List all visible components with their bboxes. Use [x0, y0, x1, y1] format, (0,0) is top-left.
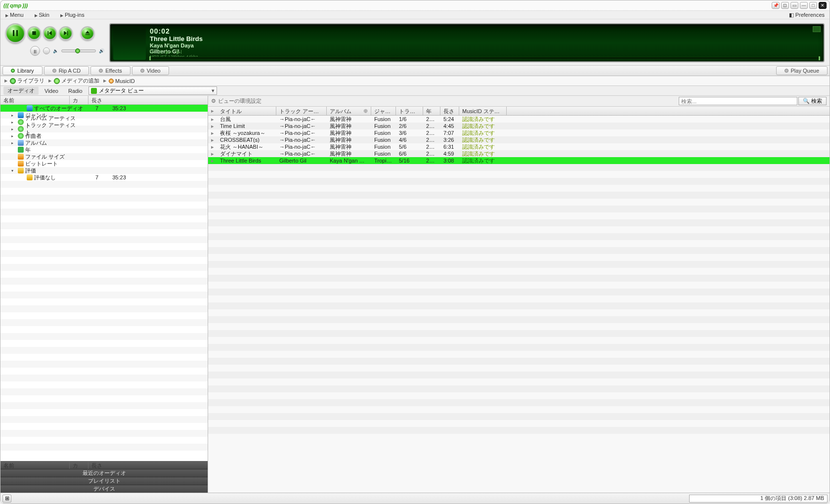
sidebar: 名前 カウ... 長さ すべてのオーディオ735:23▸ジャンル▸アルバム アー… [0, 96, 208, 493]
eject-button[interactable] [81, 26, 94, 40]
pin-button[interactable]: 📌 [772, 2, 780, 9]
tree-item[interactable]: ▸アルバム [0, 139, 208, 146]
crumb-add-media[interactable]: ▶メディアの追加 [48, 77, 99, 84]
metadata-view-dropdown[interactable]: メタデータ ビュー▾ [88, 86, 217, 95]
tree-item[interactable]: ▸作曲者 [0, 132, 208, 139]
compact-button[interactable]: ⊡ [781, 2, 789, 9]
track-row[interactable]: ▸CROSSBEAT(s)→Pia-no-jaC←風神雷神Fusion4/620… [208, 136, 830, 143]
section-tabs: Library Rip A CD Effects Video Play Queu… [0, 65, 830, 76]
display-icons: ↻.ıl▶×▶I [149, 49, 182, 55]
crumb-musicid[interactable]: ▶MusicID [103, 78, 135, 84]
col-name[interactable]: 名前 [0, 96, 70, 104]
minimize-button[interactable]: — [800, 2, 808, 9]
tab-effects[interactable]: Effects [90, 66, 130, 75]
speaker-max-icon: 🔊 [99, 48, 104, 53]
track-row[interactable]: ▸ダイナマイト→Pia-no-jaC←風神雷神Fusion6/620094:59… [208, 150, 830, 157]
close-button[interactable]: ✕ [819, 2, 827, 9]
view-preferences[interactable]: ⚙ ビューの環境設定 [211, 97, 262, 105]
track-artist: Gilberto Gil [150, 48, 819, 54]
track-toolbar: ⚙ ビューの環境設定 🔍検索 [208, 96, 830, 107]
player-panel: ||| 🔈 🔊 00:02 Three Little Birds Kaya N'… [0, 19, 830, 65]
media-radio[interactable]: Radio [64, 87, 87, 94]
eq-icon[interactable] [813, 26, 821, 32]
col-trackno[interactable]: トラック # [396, 107, 423, 115]
track-row[interactable]: ▸Time Limit→Pia-no-jaC←風神雷神Fusion2/62009… [208, 123, 830, 129]
tab-video[interactable]: Video [132, 66, 169, 75]
stack-recent[interactable]: 最近のオーディオ [0, 469, 208, 477]
menu-skin[interactable]: ▶Skin [35, 12, 49, 18]
tree-item[interactable]: ファイル サイズ [0, 153, 208, 160]
tree-item[interactable]: ビットレート [0, 160, 208, 167]
col-album[interactable]: アルバム⊕ [327, 107, 371, 115]
col-length[interactable]: 長さ [88, 96, 208, 104]
status-text: 1 個の項目 (3:08) 2.87 MB [689, 495, 828, 503]
menu-plugins[interactable]: ▶Plug-ins [60, 12, 85, 18]
breadcrumb: ▶ライブラリ ▶メディアの追加 ▶MusicID [0, 76, 830, 86]
col-count[interactable]: カウ... [70, 96, 88, 104]
svg-rect-4 [67, 31, 68, 36]
bottom-columns: 名前 カウ... 長さ [0, 461, 208, 469]
status-bar: ⊞ 1 個の項目 (3:08) 2.87 MB [0, 493, 830, 504]
track-row[interactable]: ▸台風→Pia-no-jaC←風神雷神Fusion1/620095:24認識済み… [208, 116, 830, 123]
sidebar-tree[interactable]: すべてのオーディオ735:23▸ジャンル▸アルバム アーティスト▸トラック アー… [0, 105, 208, 461]
track-title: Three Little Birds [150, 35, 819, 42]
col-musicid[interactable]: MusicID ステー... [459, 107, 507, 115]
shade-button[interactable]: ▭ [790, 2, 798, 9]
seek-bar[interactable] [149, 57, 821, 59]
app-logo: (((qmp ))) [3, 2, 28, 8]
col-genre[interactable]: ジャンル⊕ [371, 107, 396, 115]
crumb-library[interactable]: ▶ライブラリ [4, 77, 44, 84]
track-row[interactable]: ▸花火 ～HANABI～→Pia-no-jaC←風神雷神Fusion5/6200… [208, 143, 830, 150]
tree-item[interactable]: 年 [0, 146, 208, 153]
menu-menu[interactable]: ▶Menu [5, 12, 24, 18]
menubar: ▶Menu ▶Skin ▶Plug-ins ◧ Preferences [0, 10, 830, 19]
player-display: 00:02 Three Little Birds Kaya N'gan Daya… [109, 23, 825, 62]
play-pause-button[interactable] [5, 23, 25, 43]
tree-item[interactable]: ▸トラック アーティスト [0, 126, 208, 132]
tree-item[interactable]: 評価なし735:23 [0, 174, 208, 181]
tree-item[interactable]: すべてのオーディオ735:23 [0, 105, 208, 112]
next-button[interactable] [59, 26, 73, 40]
playback-time: 00:02 [150, 27, 819, 35]
col-play-icon[interactable]: ▸ [208, 107, 217, 115]
track-pane: ⚙ ビューの環境設定 🔍検索 ▸ タイトル トラック アーティスト アルバム⊕ … [208, 96, 830, 493]
media-video[interactable]: Video [41, 87, 62, 94]
titlebar: (((qmp ))) 📌 ⊡ ▭ — □ ✕ [0, 0, 830, 10]
track-list[interactable]: ▸台風→Pia-no-jaC←風神雷神Fusion1/620095:24認識済み… [208, 116, 830, 493]
search-button[interactable]: 🔍検索 [798, 97, 827, 105]
col-artist[interactable]: トラック アーティスト [276, 107, 327, 115]
status-layout-icon[interactable]: ⊞ [2, 495, 11, 503]
speaker-min-icon: 🔈 [53, 48, 58, 53]
mute-button[interactable] [43, 47, 50, 54]
volume-slider[interactable] [61, 49, 96, 52]
maximize-button[interactable]: □ [809, 2, 817, 9]
media-type-bar: オーディオ Video Radio メタデータ ビュー▾ [0, 86, 830, 96]
track-album: Kaya N'gan Daya [150, 42, 819, 48]
tab-library[interactable]: Library [2, 66, 43, 75]
balance-knob[interactable]: ||| [30, 46, 40, 56]
svg-rect-3 [48, 31, 49, 36]
svg-rect-1 [16, 30, 18, 36]
svg-rect-2 [32, 31, 36, 35]
col-title[interactable]: タイトル [217, 107, 276, 115]
stack-playlist[interactable]: プレイリスト [0, 477, 208, 485]
svg-rect-0 [13, 30, 14, 36]
tab-playqueue[interactable]: Play Queue [776, 66, 828, 75]
tree-item[interactable]: ▾評価 [0, 167, 208, 174]
sidebar-columns: 名前 カウ... 長さ [0, 96, 208, 105]
col-length[interactable]: 長さ [440, 107, 459, 115]
track-columns: ▸ タイトル トラック アーティスト アルバム⊕ ジャンル⊕ トラック # 年 … [208, 107, 830, 116]
media-audio[interactable]: オーディオ [3, 86, 39, 95]
track-row[interactable]: ▸夜桜 ～yozakura～→Pia-no-jaC←風神雷神Fusion3/62… [208, 129, 830, 136]
tab-rip[interactable]: Rip A CD [44, 66, 89, 75]
stop-button[interactable] [27, 26, 41, 40]
col-year[interactable]: 年 [423, 107, 440, 115]
search-input[interactable] [679, 97, 797, 105]
stack-device[interactable]: デバイス [0, 485, 208, 493]
svg-rect-5 [86, 34, 90, 35]
cover-placeholder [113, 27, 146, 60]
track-row[interactable]: ▸Three Little BirdsGilberto GilKaya N'ga… [208, 157, 830, 164]
menu-preferences[interactable]: ◧ Preferences [789, 12, 825, 18]
prev-button[interactable] [43, 26, 57, 40]
